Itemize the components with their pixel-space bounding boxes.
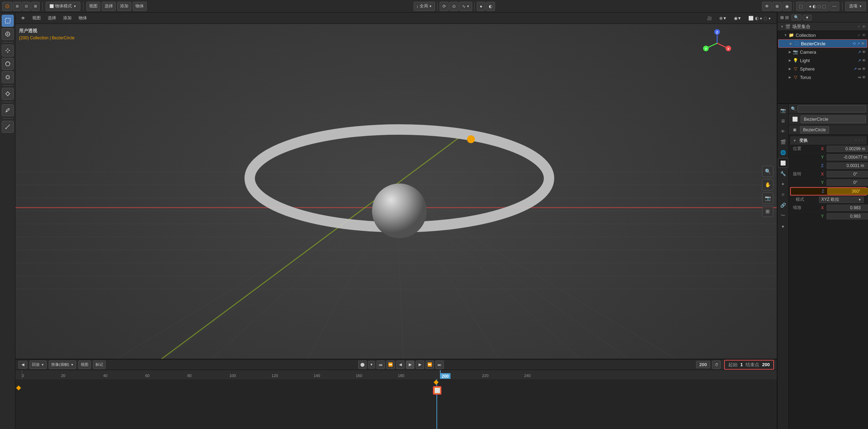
keyframe-0[interactable]: [16, 385, 21, 390]
pos-y-input[interactable]: [827, 154, 868, 160]
camera-view-btn[interactable]: 📷: [762, 192, 773, 204]
data-name-dropdown[interactable]: BezierCircle: [800, 126, 829, 133]
scene-tab[interactable]: 🎬: [778, 137, 788, 147]
render-tab[interactable]: 📷: [778, 105, 788, 115]
layout-btn3[interactable]: ⊠: [31, 2, 40, 11]
output-tab[interactable]: 🖥: [778, 116, 788, 126]
shading-btn2[interactable]: ◐: [486, 2, 495, 11]
keyframe-toggle-btn[interactable]: ⬤: [358, 361, 367, 369]
layout-btn2[interactable]: ⊟: [22, 2, 31, 11]
jump-back-key-btn[interactable]: ⏪: [386, 361, 395, 369]
layout-btn[interactable]: ⊞: [13, 2, 21, 11]
beziercircle-eye[interactable]: 👁: [861, 41, 865, 46]
select-menu[interactable]: 选择: [102, 2, 116, 11]
collection-visibility[interactable]: ✓: [857, 33, 861, 38]
beziercircle-link1[interactable]: ⟲: [853, 41, 856, 46]
snap-btn[interactable]: ⟳: [440, 2, 449, 11]
jump-forward-key-btn[interactable]: ⏩: [426, 361, 434, 369]
light-eye[interactable]: 👁: [862, 58, 866, 62]
scale-y-input[interactable]: [827, 213, 868, 219]
shading-btn1[interactable]: ●: [477, 2, 485, 11]
solid-btn[interactable]: ● ◐ ◌ ⬚: [806, 2, 829, 11]
proportional-btn[interactable]: ⊙: [449, 2, 459, 11]
measure-btn[interactable]: [2, 121, 14, 133]
rotation-mode-dropdown[interactable]: XYZ 欧拉 ▼: [819, 197, 864, 203]
playback-dropdown[interactable]: 回放▼: [29, 361, 47, 369]
timeline-content[interactable]: ⬜: [15, 379, 777, 429]
beziercircle-item[interactable]: ▶ 〇 BezierCircle ⟲ ↗ 👁: [778, 39, 867, 48]
collection-eye[interactable]: 👁: [862, 33, 866, 37]
scene-collection-item[interactable]: ▼ 🎬 场景集合 ✓ 👁: [777, 22, 868, 31]
overlay-btn[interactable]: ◉: [782, 2, 792, 11]
timeline-type-btn[interactable]: ◀: [18, 361, 27, 369]
viewport-object-menu[interactable]: 物体: [76, 14, 89, 22]
outliner-menu-btn[interactable]: ⊟: [785, 15, 789, 20]
play-btn[interactable]: ▶: [406, 361, 414, 369]
rotate-tool-btn[interactable]: [2, 58, 14, 70]
timeline-options-btn[interactable]: ⏱: [712, 361, 721, 369]
zoom-in-btn[interactable]: 🔍: [762, 166, 773, 177]
torus-item[interactable]: ▶ ▽ Torus ⥤ 👁: [777, 73, 868, 81]
transform-tool-btn[interactable]: [2, 88, 14, 100]
timeline-view-menu[interactable]: 视图: [78, 361, 91, 369]
outliner-search-btn[interactable]: 🔍: [792, 14, 801, 20]
global-btn[interactable]: ↕ 全局 ▼: [414, 2, 435, 11]
add-menu[interactable]: 添加: [117, 2, 131, 11]
particles-tab[interactable]: ✦: [778, 179, 788, 189]
viewport-shading-btn[interactable]: ⬜ ◐ ● ◌ ▼: [746, 15, 773, 21]
light-item[interactable]: ▶ 💡 Light ↗ 👁: [777, 56, 868, 65]
jump-first-btn[interactable]: ⏮: [376, 361, 385, 369]
viewport-type-btn[interactable]: 👁: [19, 15, 27, 21]
xray-btn[interactable]: ⬚: [796, 2, 806, 11]
world-tab[interactable]: 🌐: [778, 147, 788, 157]
data-tab[interactable]: 〜: [778, 211, 788, 220]
scale-x-input[interactable]: [827, 205, 868, 211]
scene-eye[interactable]: 👁: [862, 25, 866, 29]
viewport-3d[interactable]: 用户透视 (200) Collection | BezierCircle Z X: [15, 24, 777, 359]
viewport-view-menu[interactable]: 视图: [30, 14, 43, 22]
camera-link[interactable]: ↗: [858, 50, 861, 54]
interpolation-dropdown[interactable]: 抠像(插帧)▼: [49, 361, 76, 369]
outliner-filter-btn[interactable]: ▼: [803, 15, 812, 20]
object-tab[interactable]: ⬜: [778, 158, 788, 168]
step-forward-btn[interactable]: ▶: [416, 361, 424, 369]
gizmo-btn[interactable]: ⊕: [773, 2, 782, 11]
outliner-type-btn[interactable]: ⊞: [780, 15, 784, 20]
pan-btn[interactable]: ✋: [762, 179, 773, 190]
view-tab[interactable]: 👁: [778, 126, 788, 136]
camera-eye[interactable]: 👁: [862, 50, 866, 54]
rot-x-input[interactable]: [827, 171, 868, 177]
grid-btn[interactable]: ⊞: [762, 206, 773, 217]
pos-z-input[interactable]: [827, 163, 868, 169]
camera-item[interactable]: ▶ 📷 Camera ↗ 👁: [777, 48, 868, 56]
timeline-marker-menu[interactable]: 标记: [93, 361, 106, 369]
selection-mode-dropdown[interactable]: 选项 ▼: [845, 2, 866, 11]
physics-tab[interactable]: ⚛: [778, 190, 788, 199]
current-frame-display[interactable]: 200: [696, 361, 710, 368]
gizmo[interactable]: Z X Y: [703, 29, 731, 57]
light-link[interactable]: ↗: [858, 58, 861, 63]
torus-eye[interactable]: 👁: [862, 75, 866, 79]
sphere-filter[interactable]: ⥤: [858, 67, 861, 71]
select-tool-btn[interactable]: [2, 15, 14, 27]
sphere-item[interactable]: ▶ ▽ Sphere ↗ ⥤ 👁: [777, 65, 868, 73]
sphere-link[interactable]: ↗: [854, 67, 857, 71]
torus-filter[interactable]: ⥤: [858, 75, 861, 80]
object-menu[interactable]: 物体: [133, 2, 147, 11]
beziercircle-link2[interactable]: ↗: [857, 41, 860, 46]
annotate-btn[interactable]: [2, 104, 14, 116]
object-mode-dropdown[interactable]: ⬜ 物体模式 ▼: [46, 2, 80, 11]
viewport-add-menu[interactable]: 添加: [61, 14, 74, 22]
keyframe-type-dropdown[interactable]: ▼: [368, 361, 375, 369]
pos-x-input[interactable]: [827, 146, 868, 152]
viewport-select-menu[interactable]: 选择: [46, 14, 58, 22]
modifier-tab[interactable]: 🔧: [778, 169, 788, 178]
cursor-tool-btn[interactable]: [2, 28, 14, 40]
falloff-btn[interactable]: ∿▼: [459, 2, 473, 11]
collection-item[interactable]: ▼ 📁 Collection ✓ 👁: [777, 31, 868, 39]
move-tool-btn[interactable]: [2, 45, 14, 57]
constraints-tab[interactable]: 🔗: [778, 200, 788, 210]
object-name-input[interactable]: [801, 116, 866, 123]
scene-visibility[interactable]: ✓: [857, 24, 861, 29]
props-search-input[interactable]: [797, 105, 866, 112]
